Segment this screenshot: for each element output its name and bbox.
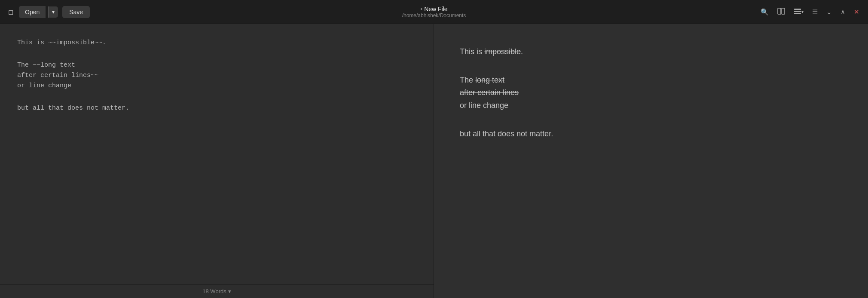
word-count-label: 18 Words [202,288,226,295]
svg-rect-1 [782,8,785,14]
preview-pane: This is impossible. The long text after … [434,24,868,298]
editor-line-1: This is ~~impossible~~. [17,38,416,48]
editor-line-4: or line change [17,81,416,91]
view-dropdown-icon: ▾ [801,9,804,14]
titlebar: ◻ Open ▾ Save • New File /home/abhishek/… [0,0,868,24]
preview-para2-line1: The long text [460,74,842,87]
save-button[interactable]: Save [62,6,90,18]
file-name: New File [424,6,447,12]
file-path: /home/abhishek/Documents [402,12,466,18]
editor-footer: 18 Words ▾ [0,284,434,298]
preview-para1-text: This is impossible. [460,46,842,58]
preview-para3-text: but all that does not matter. [460,128,842,141]
open-dropdown-button[interactable]: ▾ [48,6,58,18]
preview-para2-line3: or line change [460,99,842,112]
editor-line-3: after certain lines~~ [17,71,416,81]
svg-rect-4 [794,13,801,14]
main-content: This is ~~impossible~~. The ~~long text … [0,24,868,298]
editor-textarea[interactable]: This is ~~impossible~~. The ~~long text … [0,24,434,284]
title-dot: • [420,6,422,12]
open-dropdown-arrow-icon: ▾ [52,9,55,15]
open-button[interactable]: Open [19,6,46,18]
preview-paragraph-3: but all that does not matter. [460,128,842,141]
editor-paragraph-2: The ~~long text after certain lines~~ or… [17,60,416,91]
preview-para2-line2: after certain lines [460,86,842,99]
chevron-up-button[interactable]: ∧ [837,6,849,18]
logo-icon: ◻ [8,8,13,16]
titlebar-left: ◻ Open ▾ Save [5,6,90,18]
preview-paragraph-2: The long text after certain lines or lin… [460,74,842,112]
view-button[interactable]: ▾ [790,5,807,18]
titlebar-right: 🔍 ▾ ☰ ⌄ [757,5,863,18]
chevron-up-icon: ∧ [840,8,845,16]
svg-rect-3 [794,11,801,12]
titlebar-center: • New File /home/abhishek/Documents [402,6,466,18]
close-button[interactable]: ✕ [850,6,863,18]
editor-pane: This is ~~impossible~~. The ~~long text … [0,24,434,298]
close-icon: ✕ [854,8,859,16]
preview-para1-end: . [521,47,523,56]
editor-paragraph-1: This is ~~impossible~~. [17,38,416,48]
view-icon [794,7,801,16]
svg-rect-2 [794,9,801,10]
preview-para1-strikethrough: impossible [484,47,521,56]
logo-button[interactable]: ◻ [5,6,16,18]
editor-line-5: but all that does not matter. [17,103,416,114]
preview-para2-normal: The [460,76,475,84]
word-count-button[interactable]: 18 Words ▾ [202,288,231,295]
menu-button[interactable]: ☰ [809,6,821,18]
preview-para1-normal: This is [460,47,484,56]
search-button[interactable]: 🔍 [757,6,772,18]
preview-para2-strikethrough2: after certain lines [460,88,519,97]
window-title: • New File [402,6,466,12]
columns-button[interactable] [774,5,789,18]
svg-rect-0 [778,8,781,14]
search-icon: 🔍 [761,8,769,16]
preview-paragraph-1: This is impossible. [460,46,842,58]
editor-line-2: The ~~long text [17,60,416,71]
editor-paragraph-3: but all that does not matter. [17,103,416,114]
chevron-down-icon: ⌄ [826,8,832,16]
chevron-down-button[interactable]: ⌄ [823,6,835,18]
columns-icon [777,7,785,16]
menu-icon: ☰ [812,8,818,16]
word-count-arrow-icon: ▾ [228,288,231,295]
preview-para2-strikethrough1: long text [475,76,504,84]
